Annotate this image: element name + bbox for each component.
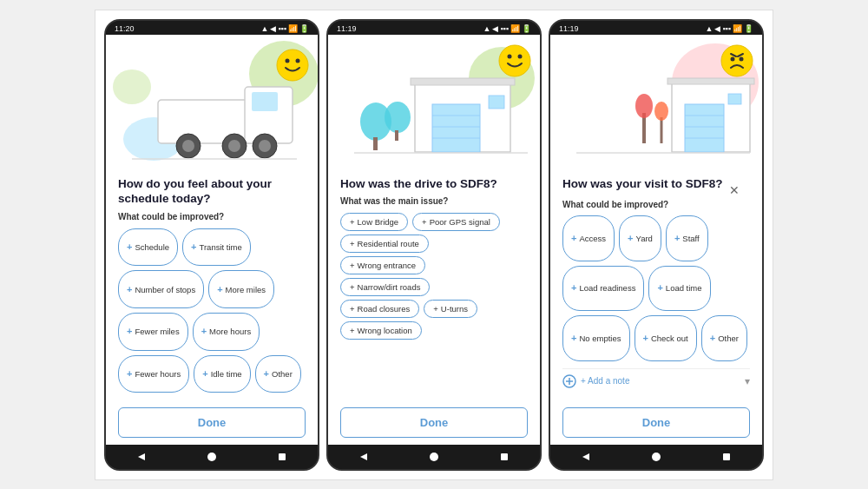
svg-rect-23 <box>395 130 398 141</box>
svg-point-32 <box>499 45 530 76</box>
chip-staff[interactable]: +Staff <box>666 215 708 261</box>
home-button-2[interactable] <box>427 450 441 464</box>
home-button-3[interactable] <box>649 450 663 464</box>
back-button-1[interactable] <box>135 450 148 464</box>
done-area-1: Done <box>106 400 318 445</box>
done-button-3[interactable]: Done <box>562 407 750 438</box>
done-button-2[interactable]: Done <box>340 407 528 438</box>
sub-label-1: What could be improved? <box>118 212 306 221</box>
status-bar-1: 11:20 ▲ ◀ ▪▪▪ 📶 🔋 <box>106 21 318 35</box>
svg-point-15 <box>296 58 300 63</box>
chip-more-hours[interactable]: +More hours <box>193 313 260 351</box>
svg-marker-59 <box>582 453 589 460</box>
content-1: How do you feel about your schedule toda… <box>106 169 318 400</box>
status-icons-1: ▲ ◀ ▪▪▪ 📶 🔋 <box>261 24 310 33</box>
illustration-3 <box>550 35 762 169</box>
chip-road-closures[interactable]: +Road closures <box>340 300 419 318</box>
svg-point-17 <box>207 453 216 461</box>
svg-rect-48 <box>728 94 741 104</box>
illustration-2 <box>328 35 540 169</box>
question-title-1: How do you feel about your schedule toda… <box>118 176 306 207</box>
svg-point-14 <box>286 58 290 63</box>
svg-rect-25 <box>432 104 480 152</box>
improve-label-3: What could be improved? <box>562 200 750 209</box>
svg-marker-35 <box>360 453 367 460</box>
screen-1: How do you feel about your schedule toda… <box>106 35 318 445</box>
chips-grid-3: +Access +Yard +Staff +Load readiness +Lo… <box>562 215 750 360</box>
svg-point-7 <box>182 140 194 152</box>
svg-point-40 <box>635 94 653 118</box>
add-note-icon <box>562 374 576 388</box>
chip-fewer-hours[interactable]: +Fewer hours <box>118 355 189 393</box>
status-icons-3: ▲ ◀ ▪▪▪ 📶 🔋 <box>706 24 754 33</box>
svg-point-9 <box>228 140 240 152</box>
svg-rect-29 <box>489 96 504 109</box>
chip-access[interactable]: +Access <box>562 215 615 261</box>
done-area-3: Done <box>550 400 762 445</box>
issue-list-2: +Low Bridge +Poor GPS signal +Residentia… <box>340 213 528 393</box>
chip-u-turns[interactable]: +U-turns <box>424 300 477 318</box>
chip-residential[interactable]: +Residential route <box>340 235 429 253</box>
done-area-2: Done <box>328 400 540 445</box>
recent-button-1[interactable] <box>275 450 289 464</box>
phone-2: 11:19 ▲ ◀ ▪▪▪ 📶 🔋 <box>326 19 542 471</box>
chip-narrow-roads[interactable]: +Narrow/dirt roads <box>340 278 430 296</box>
chip-more-miles[interactable]: +More miles <box>208 270 274 308</box>
chip-yard[interactable]: +Yard <box>619 215 661 261</box>
chip-other-1[interactable]: +Other <box>255 355 301 393</box>
chip-load-time[interactable]: +Load time <box>648 266 710 311</box>
chip-wrong-location[interactable]: +Wrong location <box>340 321 422 340</box>
close-button-3[interactable]: ✕ <box>729 183 740 197</box>
chip-schedule[interactable]: +Schedule <box>118 228 178 267</box>
status-icons-2: ▲ ◀ ▪▪▪ 📶 🔋 <box>483 24 532 33</box>
content-3: How was your visit to SDF8? ✕ What could… <box>550 169 762 400</box>
svg-rect-5 <box>252 92 278 111</box>
svg-point-60 <box>652 453 661 461</box>
svg-rect-30 <box>411 78 515 85</box>
screen-3: How was your visit to SDF8? ✕ What could… <box>550 35 762 445</box>
phones-container: 11:20 ▲ ◀ ▪▪▪ 📶 🔋 <box>95 10 773 480</box>
add-note-row[interactable]: + Add a note ▾ <box>562 368 750 393</box>
chip-number-of-stops[interactable]: +Number of stops <box>118 270 204 308</box>
recent-button-3[interactable] <box>720 450 733 464</box>
visit-header: How was your visit to SDF8? ✕ <box>562 176 750 197</box>
phone-3: 11:19 ▲ ◀ ▪▪▪ 📶 🔋 <box>549 19 764 471</box>
chip-no-empties[interactable]: +No empties <box>562 315 630 360</box>
status-bar-2: 11:19 ▲ ◀ ▪▪▪ 📶 🔋 <box>328 21 540 35</box>
svg-point-36 <box>430 453 438 461</box>
chip-idle-time[interactable]: +Idle time <box>194 355 250 393</box>
status-bar-3: 11:19 ▲ ◀ ▪▪▪ 📶 🔋 <box>550 21 762 35</box>
add-note-label: + Add a note <box>581 376 740 386</box>
chip-fewer-miles[interactable]: +Fewer miles <box>118 313 188 351</box>
recent-button-2[interactable] <box>497 450 511 464</box>
svg-point-34 <box>518 54 523 58</box>
svg-point-21 <box>385 102 411 133</box>
back-button-2[interactable] <box>357 450 371 464</box>
svg-rect-37 <box>501 453 508 460</box>
chevron-down-icon: ▾ <box>745 375 750 387</box>
svg-marker-16 <box>138 453 145 460</box>
svg-point-13 <box>277 50 308 81</box>
svg-point-42 <box>654 102 668 121</box>
chip-wrong-entrance[interactable]: +Wrong entrance <box>340 256 425 274</box>
question-title-3: How was your visit to SDF8? <box>562 176 750 192</box>
chip-poor-gps[interactable]: +Poor GPS signal <box>412 213 500 231</box>
chip-check-out[interactable]: +Check out <box>635 315 697 360</box>
nav-bar-3 <box>550 445 762 469</box>
svg-point-2 <box>113 69 151 104</box>
chip-low-bridge[interactable]: +Low Bridge <box>340 213 408 231</box>
svg-point-11 <box>259 140 271 152</box>
chip-transit-time[interactable]: +Transit time <box>182 228 251 267</box>
svg-point-55 <box>740 56 744 61</box>
time-2: 11:19 <box>337 24 357 33</box>
chip-other-3[interactable]: +Other <box>701 315 747 360</box>
svg-point-54 <box>731 56 735 61</box>
chips-grid-1: +Schedule +Transit time +Number of stops… <box>118 228 306 393</box>
svg-rect-18 <box>279 453 286 460</box>
done-button-1[interactable]: Done <box>118 407 306 438</box>
back-button-3[interactable] <box>579 450 593 464</box>
screen-2: How was the drive to SDF8? What was the … <box>328 35 540 445</box>
chip-load-readiness[interactable]: +Load readiness <box>562 266 644 311</box>
home-button-1[interactable] <box>205 450 219 464</box>
question-title-2: How was the drive to SDF8? <box>340 176 528 192</box>
